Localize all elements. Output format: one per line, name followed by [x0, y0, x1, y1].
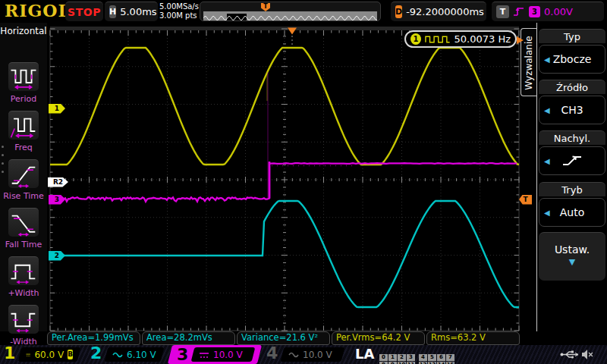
fall-time-icon [8, 208, 39, 237]
rise-time-icon [8, 159, 39, 188]
period-icon [8, 62, 39, 91]
overview-wave [203, 14, 377, 20]
dc-coupling-icon [199, 351, 209, 359]
run-state-label: STOP [68, 6, 101, 18]
trigger-type-group: Typ ◀ Zbocze [539, 29, 605, 74]
delay-box[interactable]: D -92.2000000ms [391, 2, 486, 21]
left-arrow-icon: ◀ [544, 209, 550, 217]
la-digital-channels[interactable]: 01234567 89101112131415 [379, 347, 455, 362]
group-header: Nachyl. [539, 130, 605, 145]
bandwidth-limit-icon: B [68, 350, 73, 359]
speaker-muted-icon [581, 349, 594, 360]
channel-status-bar: 1 60.0 V B 2 6.10 V 3 [0, 345, 607, 364]
ch3-status-selected[interactable]: 3 10.0 V [168, 345, 262, 364]
menu-item-period[interactable]: Period [0, 62, 47, 111]
rising-edge-icon [561, 153, 583, 168]
ch4-status[interactable]: 10.0 V [281, 347, 345, 362]
minus-width-icon [8, 305, 39, 334]
horizontal-scale-box[interactable]: H 5.00ms [105, 2, 158, 21]
ch2-number[interactable]: 2 [90, 344, 102, 362]
ch1-number[interactable]: 1 [4, 344, 15, 362]
ch3-value-box: 10.0 V [191, 347, 256, 362]
left-arrow-icon: ◀ [544, 106, 550, 115]
menu-item-rise-time[interactable]: Rise Time [0, 159, 47, 208]
offscreen-marker-arrow-icon [517, 36, 524, 44]
trigger-source-button[interactable]: ◀ CH3 [539, 96, 605, 124]
group-header: Typ [539, 29, 605, 43]
trigger-source-badge: 3 [529, 6, 540, 17]
top-bar: RIGOL STOP H 5.00ms 5.00MSa/s 3.00M pts … [0, 0, 607, 23]
trigger-settings-button[interactable]: Ustaw. ▼ [539, 232, 605, 281]
waveform-display [47, 23, 520, 337]
oscilloscope-screen: RIGOL STOP H 5.00ms 5.00MSa/s 3.00M pts … [0, 0, 607, 364]
run-stop-status[interactable]: STOP [65, 2, 103, 21]
counter-value: 50.0073 Hz [454, 33, 511, 45]
square-wave-icon [425, 35, 451, 44]
timebase-value: 5.00ms [120, 6, 156, 17]
dc-coupling-icon [26, 351, 30, 359]
menu-item-fall-time[interactable]: Fall Time [0, 208, 47, 256]
freq-icon [8, 111, 39, 140]
frequency-counter: 1 50.0073 Hz [404, 30, 517, 48]
ch4-number[interactable]: 4 [266, 344, 278, 362]
menu-divider [536, 23, 537, 331]
trigger-source-group: Źródło ◀ CH3 [539, 80, 605, 124]
measurement-rms[interactable]: Rms=63.2 V [426, 331, 520, 345]
overview-trigger-pin-icon[interactable]: T [261, 3, 270, 11]
trigger-key-icon: T [496, 5, 509, 18]
trigger-mode-button[interactable]: ◀ Auto [539, 198, 605, 227]
la-row-bottom: 89101112131415 [379, 355, 455, 362]
group-header: Źródło [539, 80, 605, 94]
trigger-level-value: 0.00V [544, 6, 573, 17]
overview-band [203, 11, 377, 20]
ac-coupling-icon [112, 351, 123, 359]
measurement-per-vrms[interactable]: Per.Vrms=64.2 V [332, 331, 425, 345]
plus-width-icon [8, 256, 39, 285]
rigol-logo: RIGOL [5, 1, 71, 20]
left-menu-title: Horizontal [0, 26, 47, 36]
measurement-bar: Per.Area=1.99mVs Area=28.2mVs Variance=2… [47, 331, 520, 345]
menu-item-freq[interactable]: Freq [0, 111, 47, 159]
h-key-icon: H [109, 5, 116, 18]
left-menu: Horizontal Period Freq Rise Time [0, 23, 47, 331]
ch1-status[interactable]: 60.0 V B [18, 347, 81, 362]
trigger-type-button[interactable]: ◀ Zbocze [539, 45, 605, 74]
measurement-area[interactable]: Area=28.2mVs [142, 331, 235, 345]
scope-grid-and-traces [47, 23, 520, 337]
measurement-variance[interactable]: Variance=21.6 V² [237, 331, 330, 345]
trigger-slope-button[interactable]: ◀ [539, 146, 605, 175]
trigger-slope-icon [513, 6, 525, 17]
delay-icon: D [395, 5, 402, 18]
ch3-number: 3 [177, 345, 188, 364]
left-arrow-icon: ◀ [544, 157, 550, 165]
down-arrow-icon: ▼ [539, 257, 605, 267]
ac-coupling-icon [288, 351, 299, 359]
trigger-status-box[interactable]: T 3 0.00V [492, 2, 604, 21]
trigger-menu: Wyzwalanie Typ ◀ Zbocze Źródło ◀ CH3 Nac… [520, 23, 607, 337]
trigger-mode-group: Tryb ◀ Auto [539, 182, 605, 227]
acquisition-info: 5.00MSa/s 3.00M pts [159, 2, 199, 20]
delay-value: -92.2000000ms [406, 6, 484, 17]
trigger-slope-group: Nachyl. ◀ [539, 130, 605, 175]
waveform-overview[interactable]: T [200, 2, 381, 21]
group-header: Tryb [539, 182, 605, 196]
la-label[interactable]: LA [355, 346, 374, 362]
memory-depth: 3.00M pts [159, 11, 199, 20]
sample-rate: 5.00MSa/s [159, 2, 199, 11]
left-arrow-icon: ◀ [544, 55, 550, 64]
menu-item-plus-width[interactable]: +Width [0, 256, 47, 305]
usb-icon [560, 350, 578, 359]
ch2-status[interactable]: 6.10 V [105, 347, 165, 362]
counter-channel-badge: 1 [410, 33, 421, 45]
la-row-top: 01234567 [379, 347, 455, 354]
